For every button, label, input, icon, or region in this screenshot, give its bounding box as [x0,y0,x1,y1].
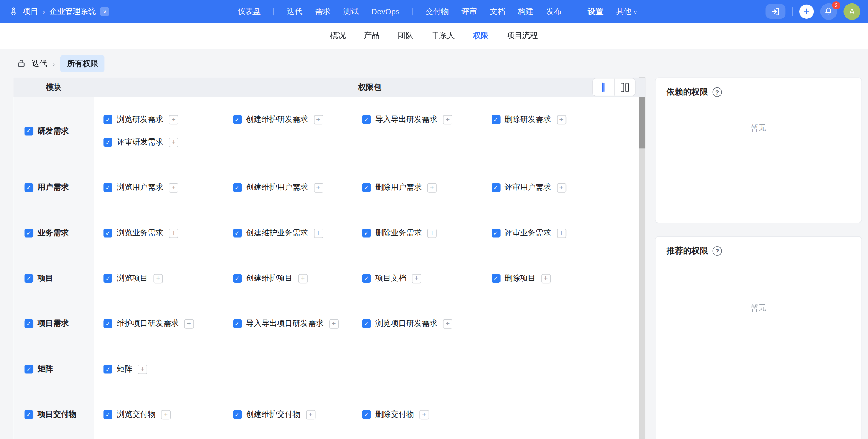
help-icon[interactable]: ? [713,246,722,256]
tab-project-flow[interactable]: 项目流程 [507,31,538,40]
permission-checkbox[interactable]: ✓ [103,365,112,373]
module-checkbox[interactable]: ✓ [25,274,33,282]
nav-item-requirement[interactable]: 需求 [315,6,330,16]
permission-checkbox[interactable]: ✓ [233,229,241,237]
module-label: 用户需求 [38,183,69,192]
permission-checkbox[interactable]: ✓ [103,274,112,282]
app-label: 项目 [23,6,38,16]
permission-checkbox[interactable]: ✓ [233,319,241,328]
table-scrollbar[interactable] [639,77,645,439]
permission-label: 评审研发需求 [117,137,163,147]
add-permission-button[interactable]: + [557,228,566,238]
permission-checkbox[interactable]: ✓ [362,319,371,328]
permission-item: ✓ 评审研发需求 + [103,137,233,147]
permission-checkbox[interactable]: ✓ [362,229,371,237]
module-checkbox[interactable]: ✓ [25,365,33,373]
nav-item-sprint[interactable]: 迭代 [287,6,302,16]
permission-checkbox[interactable]: ✓ [362,115,371,124]
create-button[interactable]: + [799,4,814,18]
tab-team[interactable]: 团队 [398,31,413,40]
add-permission-button[interactable]: + [184,319,194,328]
permission-checkbox[interactable]: ✓ [491,229,500,237]
add-permission-button[interactable]: + [557,115,566,124]
module-checkbox[interactable]: ✓ [25,229,33,237]
add-permission-button[interactable]: + [443,319,452,328]
tab-product[interactable]: 产品 [364,31,379,40]
add-permission-button[interactable]: + [313,115,323,124]
project-dropdown-button[interactable]: ∨ [100,7,109,15]
nav-item-build[interactable]: 构建 [518,6,533,16]
tab-permissions[interactable]: 权限 [473,31,489,40]
permission-checkbox[interactable]: ✓ [233,115,241,124]
nav-item-more[interactable]: 其他∨ [616,6,638,16]
breadcrumb-current[interactable]: 所有权限 [60,55,104,72]
add-permission-button[interactable]: + [313,183,323,192]
permission-checkbox[interactable]: ✓ [233,183,241,192]
permission-checkbox[interactable]: ✓ [362,183,371,192]
row-view-button[interactable] [593,78,614,95]
module-checkbox[interactable]: ✓ [25,410,33,419]
add-permission-button[interactable]: + [306,410,315,419]
plus-icon: + [171,183,175,192]
permission-label: 创建维护用户需求 [246,183,308,192]
project-switcher[interactable]: 项目 › 企业管理系统 ∨ [9,6,109,16]
permission-checkbox[interactable]: ✓ [491,274,500,282]
permission-checkbox[interactable]: ✓ [103,319,112,328]
add-permission-button[interactable]: + [169,183,178,192]
tab-stakeholder[interactable]: 干系人 [432,31,455,40]
add-permission-button[interactable]: + [298,274,307,283]
permission-checkbox[interactable]: ✓ [491,183,500,192]
add-permission-button[interactable]: + [169,138,178,147]
nav-item-document[interactable]: 文档 [490,6,505,16]
add-permission-button[interactable]: + [161,410,171,419]
plus-icon: + [140,365,144,373]
notifications-button[interactable]: 3 [820,3,837,20]
add-permission-button[interactable]: + [427,183,437,192]
table-row: ✓ 项目 ✓ 浏览项目 + ✓ 创建维护项目 + [13,256,639,301]
breadcrumb-parent[interactable]: 迭代 [32,58,47,68]
permission-checkbox[interactable]: ✓ [103,183,112,192]
project-tabs: 概况 产品 团队 干系人 权限 项目流程 [0,23,868,49]
permission-checkbox[interactable]: ✓ [103,138,112,146]
tab-overview[interactable]: 概况 [330,31,346,40]
add-permission-button[interactable]: + [443,115,452,124]
add-permission-button[interactable]: + [329,319,338,328]
permission-checkbox[interactable]: ✓ [362,274,371,282]
nav-item-settings[interactable]: 设置 [588,6,603,16]
permission-checkbox[interactable]: ✓ [103,115,112,124]
nav-item-release[interactable]: 发布 [546,6,562,16]
add-permission-button[interactable]: + [169,115,178,124]
permission-checkbox[interactable]: ✓ [491,115,500,124]
table-header: 模块 权限包 [13,77,645,97]
permission-checkbox[interactable]: ✓ [103,410,112,419]
permission-checkbox[interactable]: ✓ [233,274,241,282]
add-permission-button[interactable]: + [557,183,566,192]
add-permission-button[interactable]: + [138,364,147,374]
permission-checkbox[interactable]: ✓ [233,410,241,419]
module-checkbox[interactable]: ✓ [25,319,33,328]
module-checkbox[interactable]: ✓ [25,183,33,192]
plus-icon: + [804,7,810,16]
plus-icon: + [430,229,434,237]
nav-item-test[interactable]: 测试 [343,6,359,16]
add-permission-button[interactable]: + [427,228,437,238]
permission-checkbox[interactable]: ✓ [362,410,371,419]
column-view-button[interactable] [614,78,635,95]
add-permission-button[interactable]: + [541,274,550,283]
module-checkbox[interactable]: ✓ [25,126,33,135]
add-permission-button[interactable]: + [412,274,421,283]
nav-item-review[interactable]: 评审 [461,6,477,16]
user-avatar[interactable]: A [843,3,860,20]
permission-checkbox[interactable]: ✓ [103,229,112,237]
add-permission-button[interactable]: + [419,410,429,419]
invite-button[interactable] [765,4,785,19]
add-permission-button[interactable]: + [169,228,178,238]
nav-item-dashboard[interactable]: 仪表盘 [238,6,261,16]
add-permission-button[interactable]: + [153,274,163,283]
add-permission-button[interactable]: + [313,228,323,238]
nav-item-deliverable[interactable]: 交付物 [426,6,449,16]
module-label: 业务需求 [38,228,69,238]
nav-item-devops[interactable]: DevOps [372,7,399,15]
module-cell: ✓ 项目 [13,256,94,301]
help-icon[interactable]: ? [713,87,722,97]
